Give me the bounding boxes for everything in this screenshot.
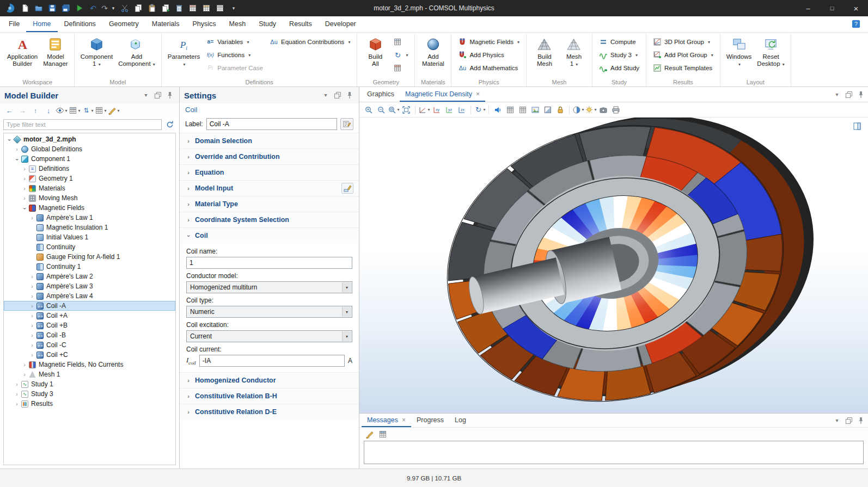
delete-sequence-button[interactable]: [390, 62, 411, 74]
insert-sequence-button[interactable]: [390, 36, 411, 48]
tree-item-study-3[interactable]: ›Study 3: [4, 389, 175, 399]
expander-icon[interactable]: ›: [21, 195, 28, 201]
parameters-button[interactable]: PiParameters▾: [166, 35, 202, 68]
delete-button[interactable]: [173, 2, 186, 14]
float-button[interactable]: [844, 90, 854, 100]
section-homogenized-conductor[interactable]: ›Homogenized Conductor: [180, 372, 359, 388]
coil-excitation-select[interactable]: Current▾: [186, 330, 352, 342]
show-button[interactable]: ▾: [56, 104, 68, 116]
select-table-button[interactable]: [504, 104, 516, 116]
expander-icon[interactable]: ›: [29, 274, 35, 280]
new-file-button[interactable]: [19, 2, 32, 14]
copy-button[interactable]: [132, 2, 145, 14]
expander-icon[interactable]: ›: [14, 391, 20, 397]
tree-item-amp-re-s-law-2[interactable]: ›Ampère's Law 2: [4, 272, 175, 281]
model-manager-button[interactable]: ModelManager: [41, 35, 70, 67]
section-override-and-contribution[interactable]: ›Override and Contribution: [180, 149, 359, 164]
menu-tab-study[interactable]: Study: [252, 16, 283, 32]
menu-tab-mesh[interactable]: Mesh: [223, 16, 253, 32]
menu-tab-results[interactable]: Results: [283, 16, 319, 32]
filter-brush-button[interactable]: ▾: [108, 104, 120, 116]
columns-button[interactable]: ▾: [95, 104, 107, 116]
close-tab-icon[interactable]: ×: [476, 90, 480, 98]
go-to-view-button[interactable]: ▾: [418, 104, 430, 116]
menu-tab-materials[interactable]: Materials: [145, 16, 186, 32]
messages-input[interactable]: [364, 441, 864, 464]
undo-button[interactable]: ↶: [87, 2, 100, 14]
copy-table-button[interactable]: [377, 428, 389, 440]
expander-icon[interactable]: ›: [29, 323, 35, 329]
expander-icon[interactable]: ›: [14, 146, 20, 152]
pin-button[interactable]: [856, 416, 866, 426]
open-button[interactable]: [32, 2, 45, 14]
menu-tab-file[interactable]: File: [2, 16, 26, 32]
customize-toolbar-button[interactable]: ▾: [227, 2, 240, 14]
add-plot-group-button[interactable]: Add Plot Group▾: [650, 49, 716, 61]
expander-icon[interactable]: ›: [21, 166, 28, 172]
float-button[interactable]: [333, 90, 343, 100]
scene-light-button[interactable]: ▾: [585, 104, 597, 116]
3d-plot-group-button[interactable]: 3D Plot Group▾: [650, 36, 716, 48]
menu-caret-button[interactable]: ▾: [141, 90, 151, 100]
tab-graphics[interactable]: Graphics: [362, 87, 400, 102]
float-button[interactable]: [153, 90, 163, 100]
lock-button[interactable]: [554, 104, 566, 116]
filter-input[interactable]: [3, 119, 162, 130]
add-material-button[interactable]: AddMaterial: [419, 35, 447, 67]
tree-item-coil-a[interactable]: ›Coil -A: [4, 301, 175, 311]
add-physics-button[interactable]: Add Physics: [455, 49, 522, 61]
expander-icon[interactable]: ›: [14, 381, 20, 387]
pin-button[interactable]: [165, 90, 175, 100]
study-3-button[interactable]: Study 3▾: [596, 49, 642, 61]
tree-item-amp-re-s-law-4[interactable]: ›Ampère's Law 4: [4, 291, 175, 301]
section-equation[interactable]: ›Equation: [180, 164, 359, 180]
tree-item-amp-re-s-law-3[interactable]: ›Ampère's Law 3: [4, 281, 175, 291]
section-constitutive-relation-d-e[interactable]: ›Constitutive Relation D-E: [180, 404, 359, 420]
tree-item-magnetic-fields-no-currents[interactable]: ›Magnetic Fields, No Currents: [4, 360, 175, 369]
tab-progress[interactable]: Progress: [411, 414, 449, 427]
save-all-button[interactable]: [59, 2, 72, 14]
view-yz-button[interactable]: yz: [443, 104, 455, 116]
add-study-button[interactable]: Add Study: [596, 62, 642, 74]
graphics-canvas[interactable]: [359, 118, 868, 413]
tree-item-magnetic-insulation-1[interactable]: Magnetic Insulation 1: [4, 223, 175, 232]
coil-type-select[interactable]: Numeric▾: [186, 306, 352, 318]
tree-item-coil-c[interactable]: ›Coil +C: [4, 350, 175, 360]
update-plot-button[interactable]: ↻▾: [474, 104, 486, 116]
expander-icon[interactable]: ›: [29, 342, 35, 348]
expander-icon[interactable]: ›: [21, 186, 28, 192]
tree-item-mesh-1[interactable]: ›Mesh 1: [4, 369, 175, 379]
tab-magnetic-flux-density[interactable]: Magnetic Flux Density×: [400, 87, 485, 102]
expander-icon[interactable]: ›: [7, 137, 13, 143]
sort-button[interactable]: ⇅▾: [82, 104, 94, 116]
build-mesh-button[interactable]: BuildMesh: [530, 35, 559, 67]
close-button[interactable]: ×: [844, 0, 868, 16]
equation-contributions-button[interactable]: ΔuEquation Contributions▾: [267, 36, 353, 48]
tree-item-definitions[interactable]: ›Definitions: [4, 164, 175, 174]
menu-tab-home[interactable]: Home: [26, 16, 57, 32]
magnetic-fields-button[interactable]: Magnetic Fields▾: [455, 36, 522, 48]
zoom-extents-button[interactable]: [400, 104, 412, 116]
edit-button[interactable]: [341, 183, 353, 194]
tree-item-coil-b[interactable]: ›Coil +B: [4, 320, 175, 330]
reset-desktop-button[interactable]: ResetDesktop ▾: [755, 35, 786, 68]
rename-button[interactable]: [340, 118, 353, 130]
help-button[interactable]: ?: [852, 20, 861, 29]
menu-tab-definitions[interactable]: Definitions: [58, 16, 102, 32]
expander-icon[interactable]: ›: [29, 283, 35, 289]
zoom-box-button[interactable]: ▾: [388, 104, 400, 116]
tree-item-gauge-fixing-for-a-field-1[interactable]: Gauge Fixing for A-field 1: [4, 252, 175, 262]
plot-image-button[interactable]: [529, 104, 541, 116]
print-button[interactable]: [610, 104, 622, 116]
component-1-button[interactable]: Component1 ▾: [78, 35, 115, 68]
clear-brush-button[interactable]: [364, 428, 376, 440]
tree-item-study-1[interactable]: ›Study 1: [4, 379, 175, 389]
minimize-button[interactable]: –: [796, 0, 820, 16]
add-component-button[interactable]: AddComponent ▾: [116, 35, 157, 68]
move-down-button[interactable]: ↓: [42, 104, 54, 116]
menu-caret-button[interactable]: ▾: [832, 90, 842, 100]
redo-button[interactable]: ↷▾: [100, 2, 118, 14]
cut-button[interactable]: [118, 2, 131, 14]
coil-name-input[interactable]: [186, 257, 352, 269]
plot-grid-button[interactable]: [517, 104, 529, 116]
